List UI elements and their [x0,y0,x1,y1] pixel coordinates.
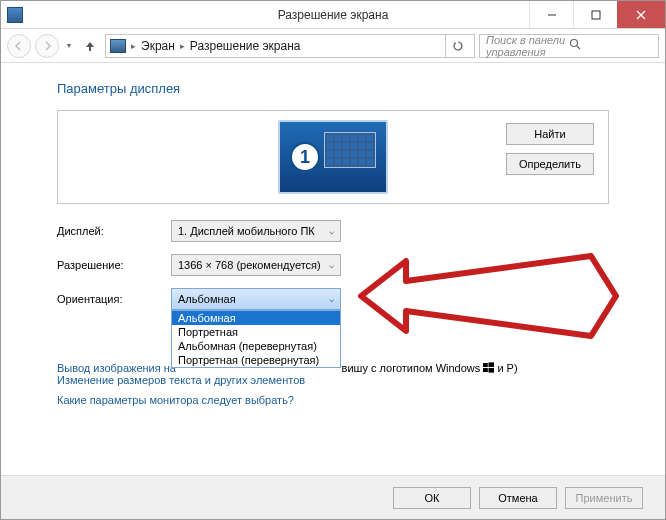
titlebar: Разрешение экрана [1,1,665,29]
navbar: ▾ ▸ Экран ▸ Разрешение экрана Поиск в па… [1,29,665,63]
monitor-grid-icon [324,132,376,168]
window-buttons [529,1,665,28]
orientation-select[interactable]: Альбомная ⌵ Альбомная Портретная Альбомн… [171,288,341,310]
display-select-value: 1. Дисплей мобильного ПК [178,225,315,237]
back-button[interactable] [7,34,31,58]
close-button[interactable] [617,1,665,28]
app-icon [7,7,23,23]
svg-rect-8 [483,368,488,372]
find-button[interactable]: Найти [506,123,594,145]
search-icon[interactable] [569,38,652,53]
orientation-option-portrait[interactable]: Портретная [172,325,340,339]
apply-button[interactable]: Применить [565,487,643,509]
which-monitor-link[interactable]: Какие параметры монитора следует выбрать… [57,394,294,406]
svg-rect-7 [489,362,495,367]
orientation-option-landscape-flipped[interactable]: Альбомная (перевернутая) [172,339,340,353]
monitor-preview-panel: 1 Найти Определить [57,110,609,204]
projection-link[interactable]: Вывод изображения на [57,362,176,374]
display-label: Дисплей: [57,225,171,237]
orientation-option-landscape[interactable]: Альбомная [172,311,340,325]
row-display: Дисплей: 1. Дисплей мобильного ПК ⌵ [57,220,609,242]
chevron-right-icon: ▸ [177,41,188,51]
breadcrumb-root[interactable]: Экран [141,39,175,53]
orientation-option-portrait-flipped[interactable]: Портретная (перевернутая) [172,353,340,367]
maximize-button[interactable] [573,1,617,28]
content-area: Параметры дисплея 1 Найти Определить Дис… [1,63,665,414]
resolution-select-value: 1366 × 768 (рекомендуется) [178,259,321,271]
chevron-right-icon: ▸ [128,41,139,51]
chevron-down-icon: ⌵ [329,226,334,236]
svg-point-4 [571,40,578,47]
cancel-button[interactable]: Отмена [479,487,557,509]
svg-line-5 [577,46,580,49]
orientation-select-value: Альбомная [178,293,236,305]
row-resolution: Разрешение: 1366 × 768 (рекомендуется) ⌵ [57,254,609,276]
breadcrumb[interactable]: ▸ Экран ▸ Разрешение экрана [105,34,475,58]
chevron-down-icon: ⌵ [329,294,334,304]
search-input[interactable]: Поиск в панели управления [479,34,659,58]
text-size-link[interactable]: Изменение размеров текста и других элеме… [57,374,305,386]
search-placeholder: Поиск в панели управления [486,34,569,58]
display-icon [110,39,126,53]
detect-button[interactable]: Определить [506,153,594,175]
chevron-down-icon: ⌵ [329,260,334,270]
windows-logo-icon [483,362,494,373]
history-dropdown-icon[interactable]: ▾ [63,41,75,50]
forward-button[interactable] [35,34,59,58]
page-heading: Параметры дисплея [57,81,609,96]
svg-rect-1 [592,11,600,19]
svg-rect-6 [483,363,488,367]
resolution-select[interactable]: 1366 × 768 (рекомендуется) ⌵ [171,254,341,276]
monitor-number-badge: 1 [290,142,320,172]
up-button[interactable] [79,35,101,57]
minimize-button[interactable] [529,1,573,28]
orientation-label: Ориентация: [57,293,171,305]
breadcrumb-current[interactable]: Разрешение экрана [190,39,301,53]
footer: ОК Отмена Применить [1,475,665,519]
ok-button[interactable]: ОК [393,487,471,509]
row-orientation: Ориентация: Альбомная ⌵ Альбомная Портре… [57,288,609,310]
links-block: Вывод изображения на xxxxxxxxxxxxxxxxxxx… [57,362,609,414]
orientation-dropdown-list: Альбомная Портретная Альбомная (переверн… [171,310,341,368]
svg-rect-9 [489,368,495,373]
monitor-preview[interactable]: 1 [278,120,388,194]
resolution-label: Разрешение: [57,259,171,271]
refresh-button[interactable] [445,35,470,57]
display-select[interactable]: 1. Дисплей мобильного ПК ⌵ [171,220,341,242]
